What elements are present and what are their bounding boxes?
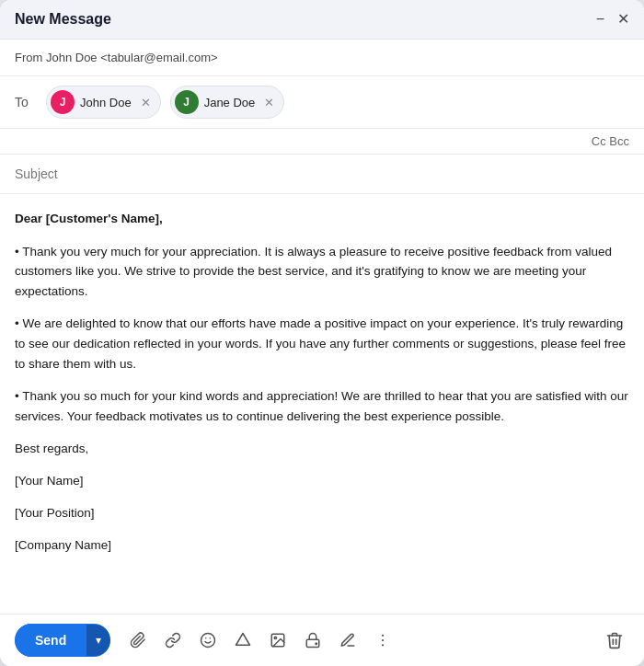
drive-icon[interactable]	[228, 626, 258, 655]
link-icon[interactable]	[158, 626, 188, 655]
recipient-name-jane: Jane Doe	[204, 96, 256, 109]
title-bar: New Message − ✕	[0, 0, 644, 40]
toolbar: Send ▾	[0, 614, 644, 666]
remove-recipient-john[interactable]: ✕	[141, 96, 151, 109]
paragraph-3: • Thank you so much for your kind words …	[15, 386, 629, 426]
window-controls: − ✕	[596, 12, 629, 27]
close-button[interactable]: ✕	[617, 12, 629, 27]
avatar-john: J	[51, 90, 75, 114]
pencil-icon[interactable]	[333, 626, 362, 655]
paragraph-1: • Thank you very much for your appreciat…	[15, 242, 629, 302]
salutation: Dear [Customer's Name],	[15, 209, 629, 229]
minimize-button[interactable]: −	[596, 12, 604, 27]
compose-window: New Message − ✕ From John Doe <tabular@e…	[0, 0, 644, 666]
svg-point-8	[382, 635, 384, 637]
send-chevron-button[interactable]: ▾	[86, 625, 110, 656]
svg-point-10	[382, 644, 384, 646]
send-button-group[interactable]: Send ▾	[15, 624, 110, 657]
body-area[interactable]: Dear [Customer's Name], • Thank you very…	[0, 194, 644, 614]
signature: Best regards, [Your Name] [Your Position…	[15, 439, 629, 557]
cc-bcc-button[interactable]: Cc Bcc	[592, 134, 629, 148]
recipient-chip-john[interactable]: J John Doe ✕	[46, 86, 161, 119]
svg-marker-3	[236, 634, 250, 646]
send-button[interactable]: Send	[15, 624, 86, 657]
delete-icon[interactable]	[600, 626, 629, 655]
avatar-jane: J	[175, 90, 199, 114]
subject-input[interactable]	[15, 166, 629, 181]
to-label: To	[15, 95, 37, 109]
emoji-icon[interactable]	[193, 626, 223, 655]
remove-recipient-jane[interactable]: ✕	[264, 96, 274, 109]
svg-point-7	[316, 643, 317, 645]
from-row: From John Doe <tabular@email.com>	[0, 40, 644, 76]
svg-point-9	[382, 639, 384, 641]
svg-point-5	[274, 637, 276, 638]
email-body: Dear [Customer's Name], • Thank you very…	[15, 209, 629, 557]
recipient-name-john: John Doe	[80, 96, 132, 109]
photo-icon[interactable]	[263, 626, 293, 655]
paragraph-2: • We are delighted to know that our effo…	[15, 314, 629, 373]
svg-point-0	[201, 634, 215, 648]
more-options-icon[interactable]	[368, 626, 397, 655]
subject-row	[0, 155, 644, 194]
to-row: To J John Doe ✕ J Jane Doe ✕	[0, 76, 644, 129]
lock-icon[interactable]	[298, 626, 328, 655]
attachment-icon[interactable]	[123, 626, 153, 655]
from-label: From John Doe <tabular@email.com>	[15, 51, 218, 64]
cc-bcc-row: Cc Bcc	[0, 129, 644, 155]
recipient-chip-jane[interactable]: J Jane Doe ✕	[170, 86, 285, 119]
window-title: New Message	[15, 11, 111, 28]
